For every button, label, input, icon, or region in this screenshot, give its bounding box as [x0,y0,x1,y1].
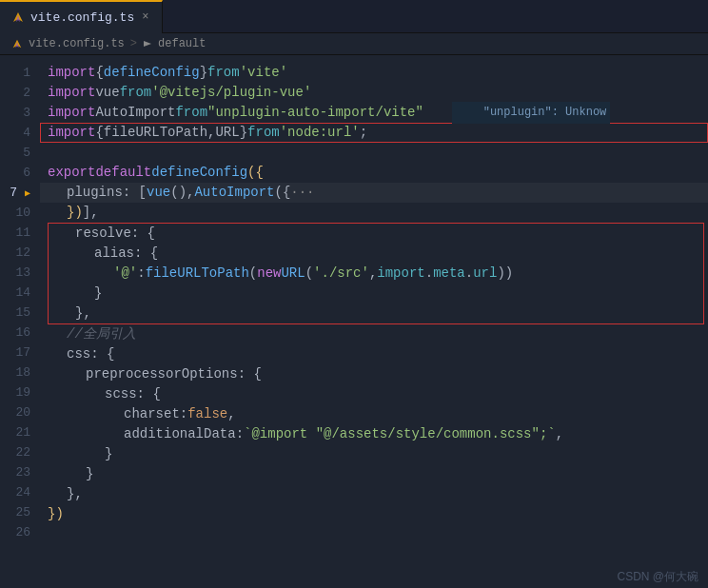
code-line-20: charset: false, [40,404,708,424]
line-num-17: 17 [0,343,40,363]
code-line-17: css: { [40,344,708,364]
tab-bar: vite.config.ts × [0,0,708,33]
breadcrumb-file: vite.config.ts [29,37,125,50]
resolve-block: resolve: { alias: { '@': fileURLToPath(n… [48,223,704,324]
code-lines: import { defineConfig } from 'vite' impo… [40,55,708,587]
code-line-16: //全局引入 [40,324,708,344]
line-num-5: 5 [0,143,40,163]
line-num-4: 4 [0,123,40,143]
editor-area: 1 2 3 4 5 6 7 ▶ 10 11 12 13 14 15 16 17 … [0,55,708,587]
code-line-24: }, [40,484,708,504]
line-num-24: 24 [0,482,40,502]
editor-window: vite.config.ts × vite.config.ts > defaul… [0,0,708,587]
code-line-22: } [40,444,708,464]
watermark: CSDN @何大碗 [617,569,698,585]
line-num-14: 14 [0,283,40,303]
tab-label: vite.config.ts [30,10,134,25]
breadcrumb-sep1: > [130,37,137,50]
code-container: 1 2 3 4 5 6 7 ▶ 10 11 12 13 14 15 16 17 … [0,55,708,587]
line-num-23: 23 [0,462,40,482]
svg-marker-4 [144,41,151,47]
line-num-16: 16 [0,323,40,343]
breadcrumb-vite-icon [11,38,23,49]
code-line-13: '@': fileURLToPath(new URL('./src', impo… [49,264,703,284]
line-num-18: 18 [0,363,40,382]
line-num-6: 6 [0,163,40,183]
code-line-18: preprocessorOptions: { [40,364,708,384]
code-line-3: import AutoImport from "unplugin-auto-im… [40,103,708,123]
code-line-26 [40,524,708,544]
line-num-12: 12 [0,243,40,263]
line-num-15: 15 [0,303,40,323]
line-num-3: 3 [0,103,40,123]
active-tab[interactable]: vite.config.ts × [0,0,163,33]
code-line-10: })], [40,203,708,223]
line-num-21: 21 [0,422,40,442]
line-num-26: 26 [0,522,40,542]
line-num-2: 2 [0,83,40,103]
code-line-11: resolve: { [49,224,703,244]
breadcrumb-chevron-icon [143,39,152,49]
code-line-14: } [49,284,703,304]
code-line-1: import { defineConfig } from 'vite' [40,63,708,83]
line-num-25: 25 [0,502,40,522]
breadcrumb-bar: vite.config.ts > default [0,33,708,55]
code-line-5 [40,143,708,163]
line-num-13: 13 [0,263,40,283]
code-line-23: } [40,464,708,484]
line-num-1: 1 [0,63,40,83]
code-line-19: scss: { [40,384,708,404]
line-num-22: 22 [0,442,40,462]
line-num-11: 11 [0,223,40,243]
code-line-25: }) [40,504,708,524]
code-line-6: export default defineConfig({ [40,163,708,183]
vite-icon [11,10,25,24]
line-num-10: 10 [0,203,40,223]
code-line-2: import vue from '@vitejs/plugin-vue' [40,83,708,103]
code-line-4: import { fileURLToPath, URL } from 'node… [40,123,708,143]
code-line-21: additionalData: `@import "@/assets/style… [40,424,708,444]
breadcrumb-section: default [158,37,206,50]
line-num-19: 19 [0,382,40,402]
code-line-12: alias: { [49,244,703,264]
line-num-20: 20 [0,402,40,422]
code-line-7: plugins: [vue(),AutoImport({ ··· [40,183,708,203]
line-numbers: 1 2 3 4 5 6 7 ▶ 10 11 12 13 14 15 16 17 … [0,55,40,587]
tab-close-button[interactable]: × [140,9,150,26]
line-num-7: 7 ▶ [0,183,40,203]
code-line-15: }, [49,304,703,323]
